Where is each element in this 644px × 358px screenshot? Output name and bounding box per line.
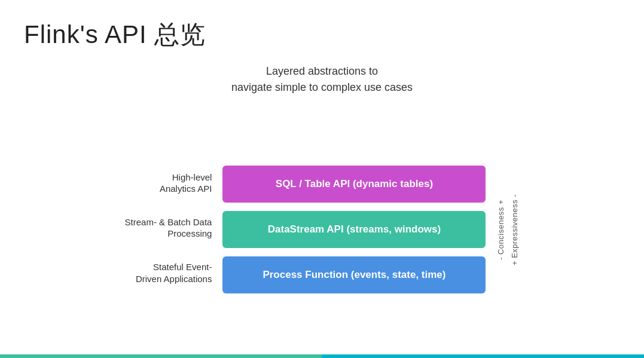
diagram-area: High-levelAnalytics APIStream- & Batch D… [24, 112, 620, 346]
row-label-1: Stream- & Batch DataProcessing [125, 207, 212, 249]
bottom-bar [0, 354, 644, 358]
right-annotations: - Conciseness + + Expressiveness - [496, 161, 519, 298]
page-title: Flink's API 总览 [24, 18, 620, 51]
conciseness-annotation: - Conciseness + [496, 161, 505, 298]
subtitle-line2: navigate simple to complex use cases [24, 79, 620, 96]
api-bar-2: Process Function (events, state, time) [222, 256, 486, 293]
row-label-2: Stateful Event-Driven Applications [136, 252, 212, 294]
api-bar-1: DataStream API (streams, windows) [222, 211, 486, 248]
row-label-0: High-levelAnalytics API [160, 162, 212, 204]
subtitle-line1: Layered abstractions to [24, 63, 620, 79]
api-bar-0: SQL / Table API (dynamic tables) [222, 166, 486, 203]
subtitle-block: Layered abstractions to navigate simple … [24, 63, 620, 96]
bars-column: SQL / Table API (dynamic tables)DataStre… [222, 166, 486, 293]
expressiveness-annotation: + Expressiveness - [510, 161, 519, 298]
page-container: Flink's API 总览 Layered abstractions to n… [0, 0, 644, 358]
labels-column: High-levelAnalytics APIStream- & Batch D… [125, 161, 212, 298]
